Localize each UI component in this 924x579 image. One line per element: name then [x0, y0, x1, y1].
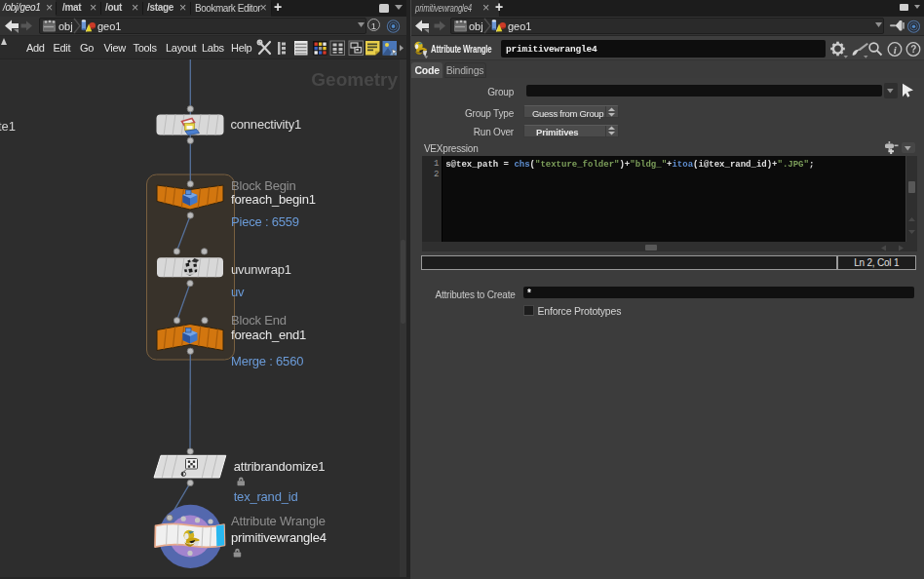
svg-text:foreach_begin1: foreach_begin1 [231, 192, 316, 207]
svg-text:Block Begin: Block Begin [231, 178, 295, 193]
svg-text:connectivity1: connectivity1 [231, 117, 302, 132]
svg-text:uv: uv [231, 285, 245, 299]
svg-text:attribrandomize1: attribrandomize1 [234, 459, 326, 474]
svg-text:te1: te1 [0, 119, 16, 134]
svg-text:Geometry: Geometry [311, 69, 398, 90]
svg-text:uvunwrap1: uvunwrap1 [231, 262, 291, 277]
svg-text:Piece : 6559: Piece : 6559 [231, 214, 299, 229]
svg-text:primitivewrangle4: primitivewrangle4 [231, 530, 327, 545]
svg-text:foreach_end1: foreach_end1 [231, 328, 306, 342]
svg-text:tex_rand_id: tex_rand_id [234, 489, 298, 504]
svg-text:Attribute Wrangle: Attribute Wrangle [231, 514, 326, 528]
svg-text:Block End: Block End [231, 313, 287, 328]
svg-text:i: i [894, 44, 898, 56]
svg-text:?: ? [910, 44, 916, 55]
svg-text:Merge : 6560: Merge : 6560 [231, 354, 303, 368]
